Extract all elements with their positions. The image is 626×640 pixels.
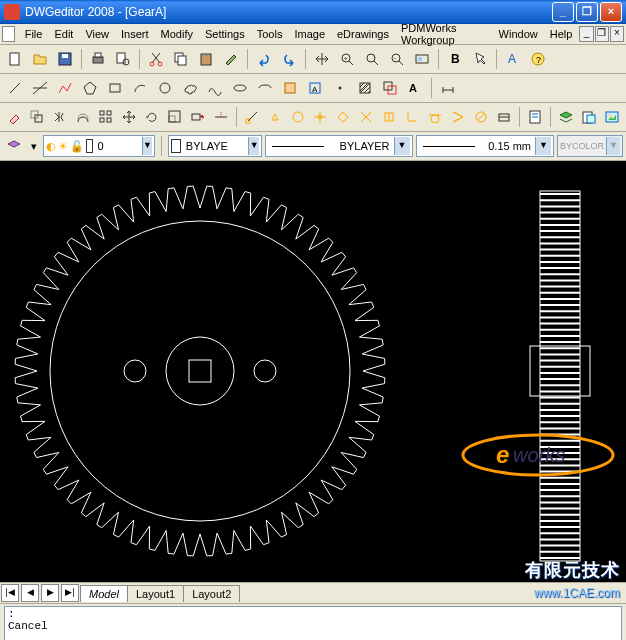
menu-modify[interactable]: Modify [155, 26, 199, 42]
point-button[interactable] [328, 76, 352, 100]
trim-button[interactable] [210, 105, 232, 129]
properties-button[interactable] [524, 105, 546, 129]
dropdown-icon[interactable]: ▼ [535, 137, 551, 155]
tab-model[interactable]: Model [80, 585, 128, 602]
circle-button[interactable] [153, 76, 177, 100]
undo-button[interactable] [252, 47, 276, 71]
save-button[interactable] [53, 47, 77, 71]
polygon-button[interactable] [78, 76, 102, 100]
menu-view[interactable]: View [79, 26, 115, 42]
drawing-canvas[interactable]: eworks [0, 161, 626, 582]
lineweight-combo[interactable]: ▼ [416, 135, 554, 157]
tab-layout2[interactable]: Layout2 [183, 585, 240, 602]
new-button[interactable] [3, 47, 27, 71]
array-button[interactable] [95, 105, 117, 129]
rotate-button[interactable] [141, 105, 163, 129]
help-button[interactable]: ? [526, 47, 550, 71]
menu-file[interactable]: File [19, 26, 49, 42]
line-button[interactable] [3, 76, 27, 100]
move-button[interactable] [118, 105, 140, 129]
image-button[interactable] [601, 105, 623, 129]
rectangle-button[interactable] [103, 76, 127, 100]
dimension-button[interactable] [436, 76, 460, 100]
tab-layout1[interactable]: Layout1 [127, 585, 184, 602]
ellipse-arc-button[interactable] [253, 76, 277, 100]
xline-button[interactable] [28, 76, 52, 100]
snap-mid-button[interactable] [264, 105, 286, 129]
region-button[interactable] [378, 76, 402, 100]
snap-center-button[interactable] [287, 105, 309, 129]
color-combo[interactable]: ▼ [168, 135, 262, 157]
zoom-window-button[interactable] [360, 47, 384, 71]
layer-combo[interactable]: ◐☀🔓 ▼ [43, 135, 155, 157]
dropdown-icon[interactable]: ▼ [248, 137, 259, 155]
mdi-close-button[interactable]: × [610, 26, 624, 42]
zoom-previous-button[interactable]: - [385, 47, 409, 71]
snap-settings-button[interactable] [493, 105, 515, 129]
print-preview-button[interactable] [111, 47, 135, 71]
menu-insert[interactable]: Insert [115, 26, 155, 42]
snap-nearest-button[interactable] [447, 105, 469, 129]
menu-image[interactable]: Image [288, 26, 331, 42]
polyline-button[interactable] [53, 76, 77, 100]
snap-tangent-button[interactable] [424, 105, 446, 129]
cut-button[interactable] [144, 47, 168, 71]
match-properties-button[interactable] [219, 47, 243, 71]
maximize-button[interactable]: ❐ [576, 2, 598, 22]
ellipse-button[interactable] [228, 76, 252, 100]
pan-button[interactable] [310, 47, 334, 71]
stretch-button[interactable] [187, 105, 209, 129]
bycolor-button[interactable]: BYCOLOR ▼ [557, 135, 623, 157]
minimize-button[interactable]: _ [552, 2, 574, 22]
menu-edit[interactable]: Edit [48, 26, 79, 42]
color-input[interactable] [184, 139, 246, 153]
snap-quadrant-button[interactable] [332, 105, 354, 129]
tab-next-button[interactable]: ▶ [41, 584, 59, 602]
tab-prev-button[interactable]: ◀ [21, 584, 39, 602]
layers-button[interactable] [555, 105, 577, 129]
menu-tools[interactable]: Tools [251, 26, 289, 42]
layer-dropdown-icon[interactable]: ▾ [27, 134, 40, 158]
mdi-restore-button[interactable]: ❐ [595, 26, 609, 42]
text-button[interactable]: A [501, 47, 525, 71]
hatch-button[interactable] [353, 76, 377, 100]
layer-input[interactable] [96, 139, 140, 153]
open-button[interactable] [28, 47, 52, 71]
revcloud-button[interactable] [178, 76, 202, 100]
mdi-minimize-button[interactable]: _ [579, 26, 593, 42]
dropdown-icon[interactable]: ▼ [606, 137, 620, 155]
arc-button[interactable] [128, 76, 152, 100]
dropdown-icon[interactable]: ▼ [142, 137, 152, 155]
print-button[interactable] [86, 47, 110, 71]
snap-none-button[interactable] [470, 105, 492, 129]
menu-pdmworks[interactable]: PDMWorks Workgroup [395, 20, 493, 48]
xref-button[interactable] [578, 105, 600, 129]
snap-endpoint-button[interactable] [241, 105, 263, 129]
copy-obj-button[interactable] [26, 105, 48, 129]
insert-block-button[interactable] [278, 76, 302, 100]
zoom-realtime-button[interactable]: + [335, 47, 359, 71]
erase-button[interactable] [3, 105, 25, 129]
menu-help[interactable]: Help [544, 26, 579, 42]
command-window[interactable]: : Cancel [4, 606, 622, 640]
menu-window[interactable]: Window [493, 26, 544, 42]
linetype-input[interactable] [328, 139, 392, 153]
lineweight-input[interactable] [479, 139, 533, 153]
snap-perp-button[interactable] [401, 105, 423, 129]
linetype-combo[interactable]: ▼ [265, 135, 412, 157]
bold-button[interactable]: B [443, 47, 467, 71]
dropdown-icon[interactable]: ▼ [394, 137, 410, 155]
tab-last-button[interactable]: ▶| [61, 584, 79, 602]
offset-button[interactable] [72, 105, 94, 129]
menu-settings[interactable]: Settings [199, 26, 251, 42]
mirror-button[interactable] [49, 105, 71, 129]
snap-insert-button[interactable] [378, 105, 400, 129]
snap-intersect-button[interactable] [355, 105, 377, 129]
close-button[interactable]: × [600, 2, 622, 22]
mtext-button[interactable]: A [403, 76, 427, 100]
paste-button[interactable] [194, 47, 218, 71]
layer-manager-button[interactable] [3, 134, 24, 158]
scale-button[interactable] [164, 105, 186, 129]
copy-button[interactable] [169, 47, 193, 71]
make-block-button[interactable]: A [303, 76, 327, 100]
